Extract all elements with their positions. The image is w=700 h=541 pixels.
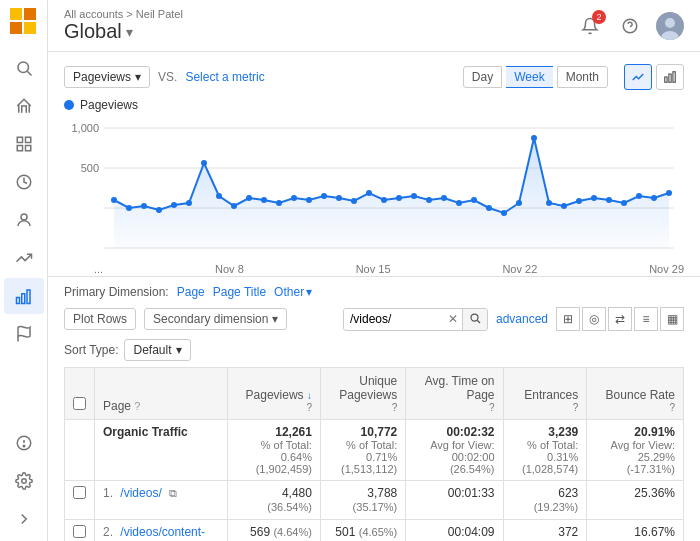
month-btn[interactable]: Month: [557, 66, 608, 88]
svg-point-40: [201, 160, 207, 166]
row1-entrances: 623 (19.23%): [503, 481, 587, 520]
secondary-dimension-button[interactable]: Secondary dimension ▾: [144, 308, 287, 330]
th-bounce-sub: ?: [669, 402, 675, 413]
advanced-link[interactable]: advanced: [496, 312, 548, 326]
row2-bounce: 16.67%: [587, 520, 684, 542]
svg-point-39: [186, 200, 192, 206]
svg-rect-7: [25, 137, 30, 142]
svg-point-51: [366, 190, 372, 196]
th-avgtime-label: Avg. Time onPage: [425, 374, 495, 402]
primary-dimension-row: Primary Dimension: Page Page Title Other…: [64, 285, 684, 299]
dim-page-link[interactable]: Page: [177, 285, 205, 299]
svg-point-70: [651, 195, 657, 201]
home-nav-icon[interactable]: [4, 88, 44, 124]
plot-rows-button[interactable]: Plot Rows: [64, 308, 136, 330]
svg-point-35: [126, 205, 132, 211]
dim-other-caret: ▾: [306, 285, 312, 299]
svg-rect-6: [17, 137, 22, 142]
svg-point-64: [561, 203, 567, 209]
header-right: 2: [576, 12, 684, 40]
svg-rect-26: [669, 74, 671, 82]
summary-pageviews: 12,261 % of Total: 0.64% (1,902,459): [228, 420, 321, 481]
expand-nav-icon[interactable]: [4, 501, 44, 537]
row2-unique: 501 (4.65%): [320, 520, 405, 542]
select-metric-link[interactable]: Select a metric: [185, 70, 264, 84]
table-view-btn[interactable]: ⊞: [556, 307, 580, 331]
row1-unique: 3,788 (35.17%): [320, 481, 405, 520]
svg-rect-25: [665, 77, 667, 82]
header-left: All accounts > Neil Patel Global ▾: [64, 8, 183, 43]
primary-dim-label: Primary Dimension:: [64, 285, 169, 299]
summary-row: Organic Traffic 12,261 % of Total: 0.64%…: [65, 420, 684, 481]
week-btn[interactable]: Week: [506, 66, 552, 88]
table-header-row: Page ? Pageviews ↓ ? UniquePageviews: [65, 368, 684, 420]
conversions-nav-icon[interactable]: [4, 316, 44, 352]
row1-pageviews: 4,480 (36.54%): [228, 481, 321, 520]
th-entrances: Entrances ?: [503, 368, 587, 420]
title-dropdown-icon[interactable]: ▾: [126, 24, 133, 40]
pivot-view-btn[interactable]: ◎: [582, 307, 606, 331]
scorecard-btn[interactable]: ▦: [660, 307, 684, 331]
select-all-checkbox[interactable]: [73, 397, 86, 410]
summary-avgtime: 00:02:32 Avg for View: 00:02:00 (26.54%): [406, 420, 503, 481]
metric-selector[interactable]: Pageviews ▾: [64, 66, 150, 88]
th-unique-label: UniquePageviews: [339, 374, 397, 402]
main-content: All accounts > Neil Patel Global ▾ 2: [48, 0, 700, 541]
th-avg-time: Avg. Time onPage ?: [406, 368, 503, 420]
row2-page-link[interactable]: /videos/content-marketing/3-ways-make-bl…: [103, 525, 213, 541]
audience-nav-icon[interactable]: [4, 202, 44, 238]
row1-page-icon[interactable]: ⧉: [169, 487, 177, 499]
sort-type-selector[interactable]: Default ▾: [124, 339, 190, 361]
sort-type-label: Sort Type:: [64, 343, 118, 357]
intelligence-nav-icon[interactable]: [4, 425, 44, 461]
svg-line-73: [477, 320, 480, 323]
settings-nav-icon[interactable]: [4, 463, 44, 499]
search-go-button[interactable]: [462, 309, 487, 330]
svg-point-41: [216, 193, 222, 199]
dim-other-label: Other: [274, 285, 304, 299]
row2-check: [65, 520, 95, 542]
search-nav-icon[interactable]: [4, 50, 44, 86]
row1-avgtime: 00:01:33: [406, 481, 503, 520]
row1-page-link[interactable]: /videos/: [120, 486, 161, 500]
th-page-label: Page ?: [103, 399, 219, 413]
realtime-nav-icon[interactable]: [4, 164, 44, 200]
search-input[interactable]: [344, 309, 444, 329]
row2-pageviews: 569 (4.64%): [228, 520, 321, 542]
svg-point-44: [261, 197, 267, 203]
acquisition-nav-icon[interactable]: [4, 240, 44, 276]
term-cloud-btn[interactable]: ≡: [634, 307, 658, 331]
svg-rect-12: [16, 298, 19, 304]
summary-unique: 10,772 % of Total: 0.71% (1,513,112): [320, 420, 405, 481]
view-icons: ⊞ ◎ ⇄ ≡ ▦: [556, 307, 684, 331]
summary-bounce-sub: Avg for View: 25.29% (-17.31%): [595, 439, 675, 475]
svg-point-48: [321, 193, 327, 199]
summary-label: Organic Traffic: [95, 420, 228, 481]
dim-other-dropdown[interactable]: Other ▾: [274, 285, 312, 299]
sec-dim-caret: ▾: [272, 312, 278, 326]
comparison-view-btn[interactable]: ⇄: [608, 307, 632, 331]
line-chart-btn[interactable]: [624, 64, 652, 90]
svg-rect-2: [10, 8, 22, 20]
help-button[interactable]: [616, 12, 644, 40]
avatar[interactable]: [656, 12, 684, 40]
dashboard-nav-icon[interactable]: [4, 126, 44, 162]
svg-point-11: [21, 214, 27, 220]
search-clear-icon[interactable]: ✕: [444, 309, 462, 329]
svg-point-37: [156, 207, 162, 213]
svg-point-19: [21, 479, 26, 484]
behavior-nav-icon[interactable]: [4, 278, 44, 314]
chart-svg: 1,000 500: [64, 118, 684, 258]
dim-page-title-link[interactable]: Page Title: [213, 285, 266, 299]
th-checkbox: [65, 368, 95, 420]
row2-checkbox[interactable]: [73, 525, 86, 538]
table-row: 1. /videos/ ⧉ 4,480 (36.54%) 3,788 (35.1…: [65, 481, 684, 520]
x-label-nov29: Nov 29: [649, 263, 684, 275]
row2-entrances: 372 (11.49%): [503, 520, 587, 542]
content-area: Pageviews ▾ VS. Select a metric Day Week…: [48, 52, 700, 541]
bar-chart-btn[interactable]: [656, 64, 684, 90]
row1-checkbox[interactable]: [73, 486, 86, 499]
day-btn[interactable]: Day: [463, 66, 502, 88]
metric-label: Pageviews: [73, 70, 131, 84]
notifications-button[interactable]: 2: [576, 12, 604, 40]
